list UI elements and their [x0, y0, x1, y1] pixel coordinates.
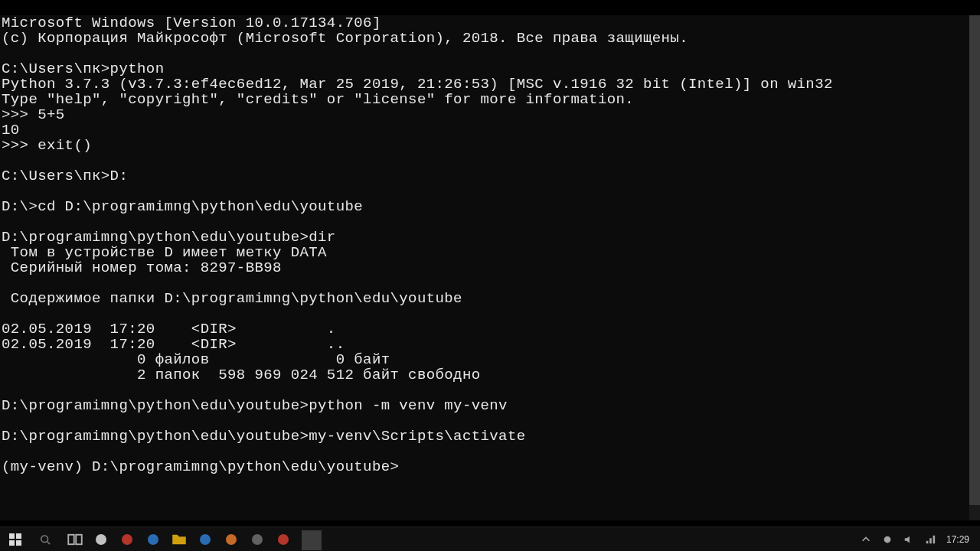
scrollbar-thumb[interactable]: [969, 15, 980, 505]
svg-rect-6: [68, 534, 74, 544]
terminal-scrollbar[interactable]: [969, 15, 980, 520]
svg-rect-11: [933, 535, 935, 543]
taskbar-app-icon[interactable]: [224, 532, 239, 547]
svg-point-4: [41, 535, 48, 542]
svg-rect-3: [16, 540, 21, 546]
file-explorer-icon[interactable]: [172, 532, 187, 547]
taskbar-right: 17:29: [861, 527, 980, 551]
svg-rect-9: [926, 540, 929, 543]
svg-line-5: [47, 541, 51, 544]
chevron-up-icon[interactable]: [861, 534, 871, 545]
taskbar-app-icon[interactable]: [250, 532, 265, 547]
task-view-icon[interactable]: [67, 532, 83, 547]
volume-icon[interactable]: [903, 534, 914, 545]
taskbar-left: [0, 527, 322, 551]
svg-rect-1: [16, 533, 21, 539]
taskbar: 17:29: [0, 527, 980, 551]
network-icon[interactable]: [925, 534, 936, 545]
taskbar-app-icon[interactable]: [119, 532, 135, 547]
cmd-taskbar-icon[interactable]: [302, 530, 322, 550]
svg-point-8: [884, 536, 891, 543]
svg-rect-10: [929, 538, 932, 543]
start-button[interactable]: [8, 532, 23, 547]
taskbar-app-icon[interactable]: [145, 532, 161, 547]
terminal-window[interactable]: Microsoft Windows [Version 10.0.17134.70…: [0, 15, 969, 520]
svg-rect-0: [9, 533, 15, 539]
taskbar-clock[interactable]: 17:29: [946, 535, 969, 544]
taskbar-app-icon[interactable]: [93, 532, 109, 547]
taskbar-app-icon[interactable]: [276, 532, 291, 547]
svg-rect-2: [9, 540, 15, 546]
search-box[interactable]: [34, 534, 57, 545]
svg-rect-7: [76, 534, 82, 544]
search-icon: [40, 534, 51, 545]
taskbar-app-icon[interactable]: [198, 532, 213, 547]
tray-icon[interactable]: [882, 534, 893, 545]
